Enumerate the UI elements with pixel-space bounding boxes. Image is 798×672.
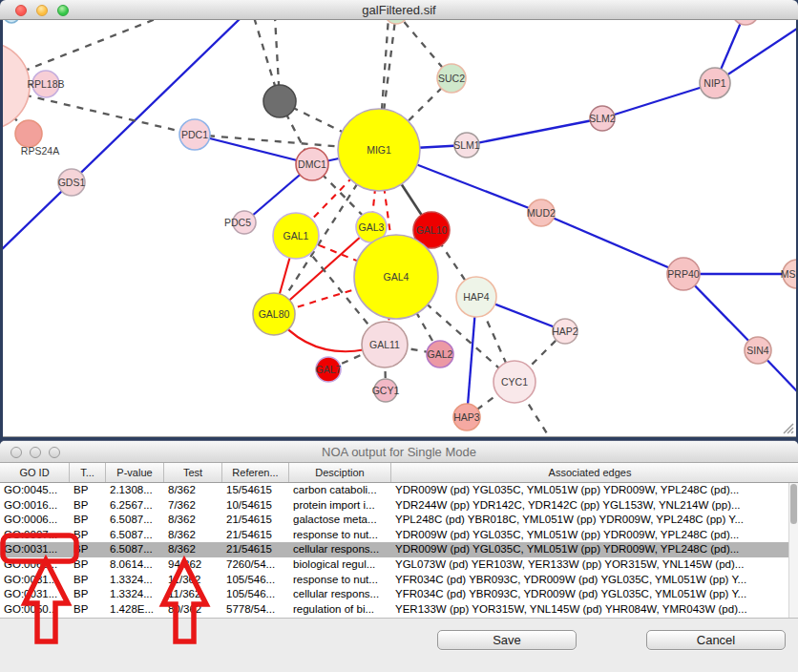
table-cell: 1.428E...: [106, 602, 164, 618]
results-table: GO:0045...BP2.1308...8/36215/54615carbon…: [0, 483, 788, 618]
table-cell: 105/546...: [222, 573, 289, 588]
table-cell: cellular respons...: [289, 542, 391, 557]
column-header-2[interactable]: T...: [70, 463, 106, 482]
table-cell: BP: [70, 528, 106, 543]
table-cell: YDR244W (pp) YDR142C, YDR142C (pp) YGL15…: [391, 498, 788, 514]
scrollbar-thumb[interactable]: [790, 484, 797, 524]
table-cell: GO:0006...: [0, 513, 70, 528]
table-cell: 15/54615: [222, 483, 289, 498]
graph-node-label: CYC1: [501, 376, 528, 388]
graph-node-PINKCLIP[interactable]: [732, 20, 759, 25]
table-cell: YER133W (pp) YOR315W, YNL145W (pd) YHR08…: [391, 602, 788, 618]
table-cell: 11/362: [164, 573, 222, 588]
graph-window-titlebar[interactable]: galFiltered.sif: [0, 0, 798, 20]
table-cell: galactose meta...: [289, 513, 391, 528]
graph-node-label: GAL1: [284, 230, 309, 242]
table-cell: 1.3324...: [106, 573, 164, 588]
graph-node-CYANCLIP[interactable]: [4, 20, 19, 23]
table-cell: GO:0065...: [0, 557, 70, 573]
table-cell: 5778/54...: [222, 602, 289, 618]
column-header-7[interactable]: Associated edges: [391, 463, 788, 482]
graph-window-title: galFiltered.sif: [0, 3, 798, 17]
graph-node-label: MUD2: [527, 207, 556, 219]
column-header-5[interactable]: Referen...: [222, 463, 289, 482]
table-cell: BP: [70, 513, 106, 528]
table-cell: BP: [70, 587, 106, 602]
graph-node-label: GAL4: [384, 271, 410, 283]
table-cell: regulation of bi...: [289, 602, 391, 618]
graph-node-label: DMC1: [298, 158, 326, 170]
table-row[interactable]: GO:0031...BP1.3324...11/362105/546...res…: [0, 573, 788, 588]
table-cell: BP: [70, 498, 106, 514]
column-header-4[interactable]: Test: [164, 463, 222, 482]
graph-node-label: HAP3: [453, 411, 480, 423]
table-cell: YPL248C (pd) YBR018C, YML051W (pp) YDR00…: [391, 513, 788, 528]
graph-edge[interactable]: [541, 213, 683, 274]
table-cell: 8/362: [164, 528, 222, 543]
table-cell: BP: [70, 602, 106, 618]
graph-node-label: MIG1: [367, 144, 391, 156]
graph-node-label: RPS24A: [21, 145, 59, 157]
column-header-3[interactable]: P-value: [106, 463, 164, 482]
table-cell: YFR034C (pd) YBR093C, YDR009W (pd) YGL03…: [391, 587, 788, 602]
graph-edge[interactable]: [467, 118, 602, 145]
graph-node-label: RPL18B: [27, 78, 64, 90]
noa-footer: Save Cancel: [0, 618, 798, 672]
table-cell: 6.2567...: [106, 498, 164, 514]
save-button[interactable]: Save: [437, 630, 577, 650]
table-row[interactable]: GO:0031...BP1.3324...11/362105/546...cel…: [0, 587, 788, 602]
table-cell: 21/54615: [222, 528, 289, 543]
graph-node-label: SLM2: [589, 113, 616, 124]
graph-edge[interactable]: [602, 83, 715, 118]
graph-node-label: GAL2: [428, 348, 453, 360]
table-cell: 8.0614...: [106, 557, 164, 573]
noa-window-titlebar[interactable]: NOA output for Single Mode: [0, 441, 798, 463]
graph-node-label: SUC2: [438, 73, 465, 84]
table-row[interactable]: GO:0031...BP6.5087...8/36221/54615cellul…: [0, 542, 788, 557]
table-row[interactable]: GO:0016...BP6.2567...7/36210/54615protei…: [0, 498, 788, 514]
table-cell: YDR009W (pd) YGL035C, YML051W (pp) YDR00…: [391, 483, 788, 498]
table-cell: YFR034C (pd) YBR093C, YDR009W (pd) YGL03…: [391, 573, 788, 588]
table-cell: BP: [70, 542, 106, 557]
graph-window: galFiltered.sif RPL18BRPS24AGDS1PDC1DMC1…: [0, 0, 798, 438]
graph-node-label: GAL11: [369, 339, 400, 350]
graph-node-label: HAP2: [552, 326, 578, 337]
network-canvas[interactable]: RPL18BRPS24AGDS1PDC1DMC1MIG1SUC2SLM1SLM2…: [3, 20, 796, 437]
results-table-header: GO IDT...P-valueTestReferen...Desciption…: [0, 463, 798, 483]
resize-grip-icon[interactable]: [781, 421, 794, 434]
graph-node-BIGPINK[interactable]: [3, 42, 31, 130]
table-cell: response to nut...: [289, 528, 391, 543]
graph-node-label: GAL10: [416, 224, 448, 236]
table-cell: 80/362: [164, 602, 222, 618]
table-cell: GO:0031...: [0, 542, 70, 557]
table-cell: YDR009W (pd) YGL035C, YML051W (pp) YDR00…: [391, 542, 788, 557]
cancel-button[interactable]: Cancel: [646, 630, 786, 650]
column-header-1[interactable]: GO ID: [0, 463, 70, 482]
graph-node-label: SIN4: [746, 345, 769, 356]
table-row[interactable]: GO:0007...BP6.5087...8/36221/54615respon…: [0, 528, 788, 543]
graph-node-label: GAL3: [359, 221, 385, 233]
table-row[interactable]: GO:0050...BP1.428E...80/3625778/54...reg…: [0, 602, 788, 618]
graph-node-GRAY[interactable]: [263, 85, 296, 117]
column-header-6[interactable]: Desciption: [289, 463, 391, 482]
table-cell: 7260/54...: [222, 557, 289, 573]
table-cell: 8/362: [164, 513, 222, 528]
noa-window-title: NOA output for Single Mode: [0, 445, 798, 459]
table-cell: GO:0016...: [0, 498, 70, 514]
graph-node-RPS24A[interactable]: [15, 120, 42, 147]
noa-output-window: NOA output for Single Mode GO IDT...P-va…: [0, 441, 798, 672]
table-cell: GO:0007...: [0, 528, 70, 543]
graph-node-label: GAL7: [316, 364, 342, 375]
network-graph[interactable]: RPL18BRPS24AGDS1PDC1DMC1MIG1SUC2SLM1SLM2…: [3, 20, 796, 437]
graph-node-label: GAL80: [259, 308, 290, 320]
table-row[interactable]: GO:0045...BP2.1308...8/36215/54615carbon…: [0, 483, 788, 498]
table-cell: 11/362: [164, 587, 222, 602]
table-cell: cellular respons...: [289, 587, 391, 602]
table-cell: YDR009W (pd) YGL035C, YML051W (pp) YDR00…: [391, 528, 788, 543]
table-cell: BP: [70, 483, 106, 498]
table-row[interactable]: GO:0006...BP6.5087...8/36221/54615galact…: [0, 513, 788, 528]
table-cell: GO:0031...: [0, 587, 70, 602]
table-row[interactable]: GO:0065...BP8.0614...94/3627260/54...bio…: [0, 557, 788, 573]
table-cell: 8/362: [164, 542, 222, 557]
vertical-scrollbar[interactable]: [788, 483, 798, 618]
